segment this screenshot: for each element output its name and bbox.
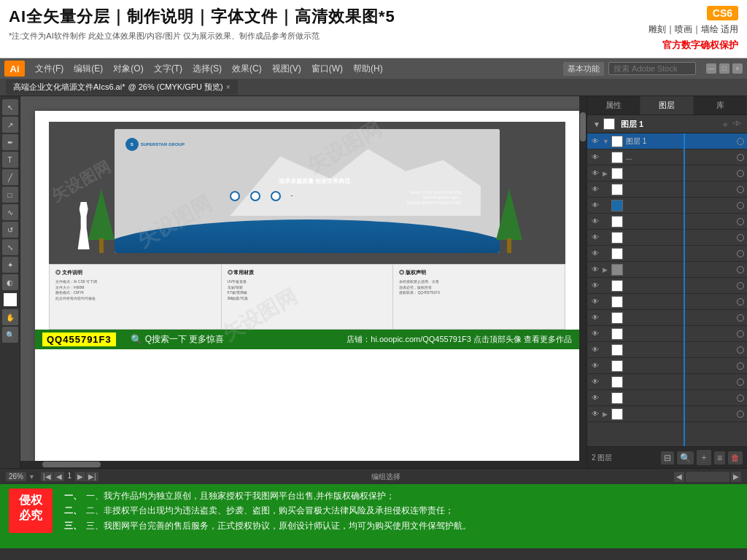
menu-edit[interactable]: 编辑(E) xyxy=(69,61,107,77)
eye-icon[interactable]: 👁 xyxy=(590,393,600,403)
delete-layer-btn[interactable]: 🗑 xyxy=(728,451,743,464)
eye-icon[interactable]: 👁 xyxy=(590,377,600,387)
menu-effect[interactable]: 效果(C) xyxy=(228,61,266,77)
new-layer-page-btn[interactable]: ⊟ xyxy=(661,451,674,464)
layer-thumb xyxy=(611,264,623,276)
menubar-right: 基本功能 — □ × xyxy=(563,62,743,76)
eye-icon[interactable]: 👁 xyxy=(590,329,600,339)
zoom-dropdown-icon[interactable]: ▼ xyxy=(28,473,35,481)
document-tab[interactable]: 高端企业文化墙源文件AIcs6.ai* @ 26% (CMYK/GPU 预览) … xyxy=(6,79,238,95)
tab-close-button[interactable]: × xyxy=(226,83,231,91)
menu-text[interactable]: 文字(T) xyxy=(150,61,187,77)
eye-icon[interactable]: 👁 xyxy=(590,136,600,147)
first-page-btn[interactable]: |◀ xyxy=(41,472,53,481)
layer-item[interactable]: 👁 ▶ xyxy=(587,406,747,422)
layer-item[interactable]: 👁 ▼ 图层 1 xyxy=(587,133,747,149)
menu-select[interactable]: 选择(S) xyxy=(188,61,226,77)
shape-tool[interactable]: □ xyxy=(2,187,18,203)
eye-icon[interactable]: 👁 xyxy=(590,313,600,323)
next-page-btn[interactable]: ▶ xyxy=(75,472,85,481)
scale-tool[interactable]: ⤡ xyxy=(2,239,18,255)
pen-tool[interactable]: ✒ xyxy=(2,134,18,150)
layer-item[interactable]: 👁 xyxy=(587,326,747,342)
maximize-button[interactable]: □ xyxy=(719,63,729,74)
scrollbar-thumb-v[interactable] xyxy=(580,112,586,141)
layer-item[interactable]: 👁 xyxy=(587,390,747,406)
menu-object[interactable]: 对象(O) xyxy=(109,61,147,77)
scrollbar-vertical[interactable] xyxy=(579,96,587,468)
minimize-button[interactable]: — xyxy=(706,63,716,74)
scrollbar-horizontal[interactable] xyxy=(20,461,579,468)
add-layer-btn[interactable]: ＋ xyxy=(697,450,711,465)
eyedropper-tool[interactable]: ✦ xyxy=(2,257,18,273)
layer-item[interactable]: 👁 xyxy=(587,310,747,326)
menu-file[interactable]: 文件(F) xyxy=(31,61,68,77)
basic-function-btn[interactable]: 基本功能 xyxy=(563,62,604,76)
eye-icon[interactable]: 👁 xyxy=(590,281,600,291)
eye-icon[interactable]: 👁 xyxy=(590,345,600,355)
scrollbar-thumb-h[interactable] xyxy=(42,462,101,467)
menu-view[interactable]: 视图(V) xyxy=(268,61,306,77)
layer-item[interactable]: 👁 xyxy=(587,278,747,294)
eye-icon[interactable]: 👁 xyxy=(590,152,600,163)
layers-tab[interactable]: 图层 xyxy=(640,96,694,114)
panel-header: ▼ 图层 1 ○ ◁▷ xyxy=(587,115,747,133)
layer-item[interactable]: 👁 xyxy=(587,230,747,246)
line-tool[interactable]: ╱ xyxy=(2,169,18,185)
eye-icon[interactable]: 👁 xyxy=(590,361,600,371)
select-tool[interactable]: ↖ xyxy=(2,99,18,115)
arrow-icon: ▼ xyxy=(603,138,610,145)
layers-list[interactable]: 👁 ▼ 图层 1 👁 ... 👁 ▶ xyxy=(587,133,747,446)
layer-item[interactable]: 👁 ▶ xyxy=(587,166,747,182)
layer-circle xyxy=(737,314,744,322)
eye-icon[interactable]: 👁 xyxy=(590,409,600,419)
brush-tool[interactable]: ∿ xyxy=(2,204,18,220)
fill-color[interactable] xyxy=(2,292,18,308)
menu-help[interactable]: 帮助(H) xyxy=(349,61,387,77)
layer-item[interactable]: 👁 xyxy=(587,198,747,214)
eye-icon[interactable]: 👁 xyxy=(590,201,600,211)
last-page-btn[interactable]: ▶| xyxy=(86,472,98,481)
panel-collapse-icon[interactable]: ◁▷ xyxy=(732,120,741,129)
zoom-level[interactable]: 26% xyxy=(6,472,26,481)
layer-item[interactable]: 👁 xyxy=(587,374,747,390)
properties-tab[interactable]: 属性 xyxy=(587,96,640,114)
layer-thumb xyxy=(611,408,623,420)
scroll-right-btn[interactable]: ▶ xyxy=(731,472,741,482)
eye-icon[interactable]: 👁 xyxy=(590,168,600,179)
eye-icon[interactable]: 👁 xyxy=(590,297,600,307)
search-layer-btn[interactable]: 🔍 xyxy=(677,451,694,464)
eye-icon[interactable]: 👁 xyxy=(590,265,600,275)
eye-icon[interactable]: 👁 xyxy=(590,217,600,227)
layer-item[interactable]: 👁 ... xyxy=(587,149,747,166)
direct-select-tool[interactable]: ↗ xyxy=(2,117,18,133)
type-tool[interactable]: T xyxy=(2,152,18,168)
layer-item[interactable]: 👁 ▶ xyxy=(587,262,747,278)
close-button[interactable]: × xyxy=(732,63,743,74)
layer-thumb xyxy=(611,248,623,260)
layer-item[interactable]: 👁 xyxy=(587,358,747,374)
layer-item[interactable]: 👁 xyxy=(587,294,747,310)
eye-icon[interactable]: 👁 xyxy=(590,233,600,243)
eye-icon[interactable]: 👁 xyxy=(590,184,600,195)
layer-item[interactable]: 👁 xyxy=(587,246,747,262)
layer-item[interactable]: 👁 xyxy=(587,182,747,198)
layer-options-btn[interactable]: ≡ xyxy=(714,451,725,464)
library-tab[interactable]: 库 xyxy=(694,96,747,114)
zoom-tool[interactable]: 🔍 xyxy=(2,327,18,343)
edit-mode-label: 编组选择 xyxy=(104,472,668,482)
canvas-area[interactable]: 矢设图网 矢设图网 矢设图网 矢设图网 xyxy=(20,96,587,468)
rotate-tool[interactable]: ↺ xyxy=(2,222,18,238)
stock-search-input[interactable] xyxy=(608,62,696,75)
panel-options-icon[interactable]: ○ xyxy=(721,120,729,129)
prev-page-btn[interactable]: ◀ xyxy=(54,472,64,481)
gradient-tool[interactable]: ◐ xyxy=(2,274,18,290)
scroll-left-btn[interactable]: ◀ xyxy=(674,472,684,482)
warning-items: 一、 一、我方作品均为独立原创，且独家授权于我图网平台出售,并作版权确权保护； … xyxy=(64,489,471,533)
layer-collapse-icon[interactable]: ▼ xyxy=(593,120,600,128)
layer-item[interactable]: 👁 xyxy=(587,342,747,358)
eye-icon[interactable]: 👁 xyxy=(590,249,600,259)
hand-tool[interactable]: ✋ xyxy=(2,309,18,325)
menu-window[interactable]: 窗口(W) xyxy=(307,61,347,77)
layer-item[interactable]: 👁 xyxy=(587,214,747,230)
